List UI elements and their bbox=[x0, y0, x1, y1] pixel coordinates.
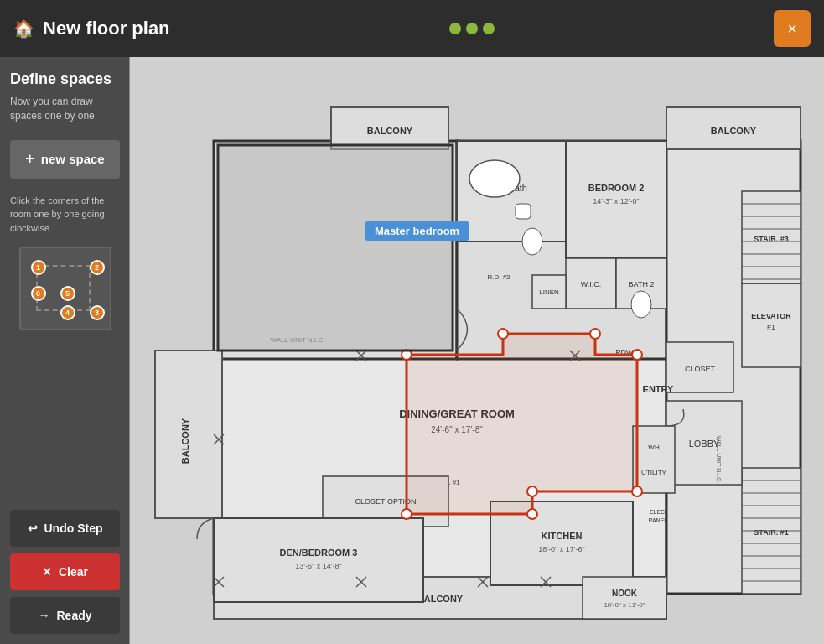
svg-rect-62 bbox=[583, 577, 666, 619]
define-spaces-title: Define spaces bbox=[10, 70, 120, 88]
header-dots bbox=[449, 23, 495, 34]
clear-icon: ✕ bbox=[42, 565, 52, 579]
ready-button[interactable]: → Ready bbox=[10, 597, 120, 634]
svg-rect-65 bbox=[633, 426, 675, 493]
svg-rect-78 bbox=[516, 204, 531, 219]
svg-rect-72 bbox=[214, 518, 423, 602]
svg-text:BALCONY: BALCONY bbox=[367, 126, 413, 136]
app-title: New floor plan bbox=[43, 18, 170, 39]
svg-text:WH: WH bbox=[648, 444, 660, 451]
svg-text:W.I.C.: W.I.C. bbox=[581, 280, 602, 288]
home-icon: 🏠 bbox=[13, 18, 34, 39]
svg-text:14'-3" x 12'-0": 14'-3" x 12'-0" bbox=[593, 197, 639, 205]
svg-text:R.D. #2: R.D. #2 bbox=[487, 273, 510, 281]
svg-text:ELEVATOR: ELEVATOR bbox=[751, 312, 791, 320]
floor-plan-area[interactable]: BALCONY BALCONY BALCONY BALCONY M. Bath … bbox=[130, 57, 824, 644]
svg-text:BATH 2: BATH 2 bbox=[629, 280, 655, 288]
undo-icon: ↩ bbox=[28, 522, 38, 535]
svg-text:PANEL: PANEL bbox=[649, 517, 668, 523]
svg-text:NOOK: NOOK bbox=[612, 589, 638, 598]
undo-step-button[interactable]: ↩ Undo Step bbox=[10, 510, 120, 547]
header-left: 🏠 New floor plan bbox=[13, 18, 170, 39]
corner-node-3: 3 bbox=[90, 305, 105, 320]
svg-text:ELEC.: ELEC. bbox=[650, 509, 666, 515]
svg-point-76 bbox=[522, 228, 542, 255]
new-space-button[interactable]: + new space bbox=[10, 140, 120, 179]
define-spaces-subtitle: Now you can draw spaces one by one bbox=[10, 95, 120, 123]
svg-text:LINEN: LINEN bbox=[539, 288, 559, 296]
corner-node-5: 5 bbox=[60, 286, 75, 301]
svg-text:KITCHEN: KITCHEN bbox=[542, 531, 583, 541]
svg-point-98 bbox=[632, 350, 642, 360]
header: 🏠 New floor plan × bbox=[0, 0, 824, 57]
svg-point-94 bbox=[402, 509, 412, 519]
sidebar: Define spaces Now you can draw spaces on… bbox=[0, 57, 130, 644]
svg-text:10'-0" x 11'-0": 10'-0" x 11'-0" bbox=[604, 601, 645, 609]
svg-text:BALCONY: BALCONY bbox=[417, 594, 464, 604]
corner-diagram: 1 2 3 4 5 6 bbox=[19, 247, 111, 330]
svg-text:LOBBY: LOBBY bbox=[689, 439, 720, 449]
svg-text:13'-6" x 14'-8": 13'-6" x 14'-8" bbox=[295, 562, 341, 570]
svg-text:BALCONY: BALCONY bbox=[711, 126, 757, 136]
svg-text:UTILITY: UTILITY bbox=[641, 469, 666, 476]
sidebar-bottom: ↩ Undo Step ✕ Clear → Ready bbox=[10, 510, 120, 634]
click-instructions: Click the corners of the room one by one… bbox=[10, 194, 120, 236]
ready-label: Ready bbox=[56, 609, 91, 622]
svg-point-97 bbox=[632, 486, 642, 496]
svg-text:BEDROOM 2: BEDROOM 2 bbox=[588, 183, 645, 193]
svg-text:18'-0" x 17'-6": 18'-0" x 17'-6" bbox=[538, 545, 584, 553]
corner-node-6: 6 bbox=[31, 286, 46, 301]
dot-3 bbox=[483, 23, 495, 34]
svg-point-95 bbox=[527, 509, 537, 519]
dot-2 bbox=[466, 23, 478, 34]
clear-button[interactable]: ✕ Clear bbox=[10, 553, 120, 590]
corner-node-1: 1 bbox=[31, 260, 46, 275]
arrow-right-icon: → bbox=[38, 609, 49, 622]
svg-text:ENTRY: ENTRY bbox=[643, 384, 675, 394]
new-space-label: new space bbox=[41, 152, 105, 166]
close-button[interactable]: × bbox=[774, 10, 811, 47]
svg-point-96 bbox=[527, 486, 537, 496]
svg-point-100 bbox=[498, 329, 508, 339]
svg-text:WALL UNIT N.I.C.: WALL UNIT N.I.C. bbox=[716, 436, 722, 484]
svg-point-99 bbox=[590, 329, 600, 339]
plus-icon: + bbox=[25, 150, 34, 168]
dot-1 bbox=[449, 23, 461, 34]
corner-node-2: 2 bbox=[90, 260, 105, 275]
undo-label: Undo Step bbox=[44, 522, 103, 535]
svg-rect-101 bbox=[218, 145, 453, 351]
svg-point-75 bbox=[469, 160, 520, 197]
corner-node-4: 4 bbox=[60, 305, 75, 320]
clear-label: Clear bbox=[59, 565, 88, 579]
svg-text:CLOSET: CLOSET bbox=[685, 365, 716, 373]
main-layout: Define spaces Now you can draw spaces on… bbox=[0, 57, 824, 644]
floor-plan-svg: BALCONY BALCONY BALCONY BALCONY M. Bath … bbox=[130, 57, 824, 644]
svg-point-77 bbox=[631, 291, 651, 318]
svg-text:STAIR. #1: STAIR. #1 bbox=[754, 528, 788, 537]
svg-text:#1: #1 bbox=[767, 323, 775, 331]
svg-text:DEN/BEDROOM 3: DEN/BEDROOM 3 bbox=[280, 548, 358, 558]
svg-text:BALCONY: BALCONY bbox=[180, 418, 190, 464]
